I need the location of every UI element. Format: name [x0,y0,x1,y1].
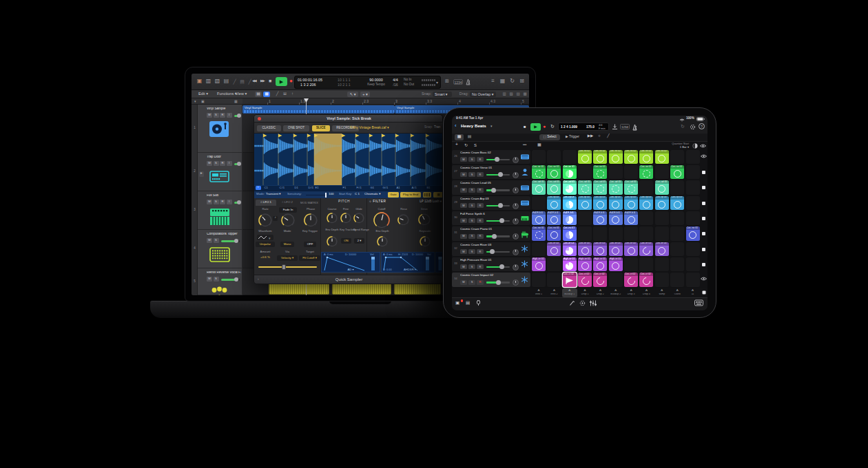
trigger-mode-button[interactable]: ▶ Trigger [562,134,583,140]
back-button[interactable]: ‹ [455,123,459,130]
browser-icon[interactable]: ▣ [455,301,463,307]
track-s-button[interactable]: S [468,172,475,177]
loop-cell[interactable]: Cos..se 01 [532,165,546,180]
ipad-track-name[interactable]: High Pressure Riser 01 [460,259,517,263]
loop-cell[interactable]: Full F..h 6 [624,211,638,226]
keyboard-icon[interactable] [694,299,704,307]
volume-slider-knob[interactable] [234,239,239,244]
loop-cell[interactable]: Cos..er 03 [563,242,577,257]
filter-envelope-display[interactable]: A: 0 msD: 10000VelAD ▾ [321,252,380,273]
volume-slider-knob[interactable] [237,200,242,205]
loop-browser-icon[interactable]: ↻ [508,78,516,85]
loop-cell[interactable]: Cos..se 01 [639,165,653,180]
media-icon[interactable]: ⊞ [518,78,526,85]
lcd-position[interactable]: 1 3 2 206 [300,83,336,87]
loop-cell[interactable]: Cos..er 03 [609,242,623,257]
keyscale-knob[interactable] [420,236,431,247]
row-eye-icon[interactable] [701,277,707,283]
settings-gear-icon[interactable] [690,124,696,130]
volume-slider-knob[interactable] [234,277,239,282]
ipad-cycle-button[interactable]: ↻ [550,124,557,130]
lcd-timecode[interactable]: 01:00:01:16.05 [298,78,336,83]
waveform-display[interactable] [254,134,443,185]
loop-cell[interactable]: Cos..er 03 [578,242,592,257]
tuner-icon[interactable]: ⊞ [445,78,452,85]
filter-env-depth-knob[interactable] [377,236,388,247]
ipad-volume-knob[interactable] [498,203,503,208]
loop-cell[interactable]: Cos..se 01 [670,165,684,180]
empty-cell[interactable] [563,150,577,164]
row-stop-button[interactable] [701,246,707,253]
track-r-button[interactable]: R [477,264,484,269]
track-m-button[interactable]: M [460,264,467,269]
empty-cell[interactable] [670,150,684,164]
track-m-button[interactable]: M [460,188,467,193]
track-r-button[interactable]: R [220,161,225,166]
track-m-button[interactable]: M [460,203,467,208]
empty-cell[interactable] [547,257,561,272]
empty-cell[interactable] [686,257,700,272]
filter-preset-select[interactable]: LP 12dB Lush ▾ [399,200,442,205]
loop-cell[interactable]: Cos..rp 03 [547,196,561,211]
close-window-icon[interactable] [258,117,261,120]
row-stop-button[interactable] [701,169,707,176]
loop-cell[interactable]: Cos..er 03 [624,242,638,257]
empty-cell[interactable] [686,273,700,287]
track-name[interactable]: Trap Door [207,156,241,160]
loop-cell[interactable]: Full F..h 6 [593,211,607,226]
scale-select[interactable]: Chromatic ▾ [364,193,385,197]
loop-cell[interactable]: Cos..no 01 [686,226,700,241]
empty-cell[interactable] [655,226,669,241]
waveform-zoom-icon[interactable]: ▥ [502,92,507,97]
row-stop-button[interactable] [701,262,707,268]
track-name[interactable]: Full Sub [207,194,241,198]
empty-cell[interactable] [655,257,669,272]
empty-cell[interactable] [686,150,700,164]
sensitivity-value[interactable]: 100 [329,193,337,197]
track-s-button[interactable]: S [468,157,475,162]
track-m-button[interactable]: M [207,200,212,204]
view-grid-toggle[interactable]: ▦ [263,92,270,97]
scene-trigger-button[interactable]: ^ [578,289,592,293]
ipad-track-name[interactable]: Cosmic Craze Verse 01 [460,167,517,171]
env-mode-select[interactable]: AHDSR ▾ [400,268,420,273]
track-m-button[interactable]: M [207,113,212,118]
track-r-button[interactable]: R [477,157,484,162]
drag-value-select[interactable]: No Overlap ▾ [470,92,496,97]
empty-cell[interactable] [609,165,623,180]
track-m-button[interactable]: M [207,277,212,281]
scene-trigger-button[interactable]: ^ [639,289,653,293]
rewind-button[interactable]: ◀◀ [252,79,260,85]
loop-cell[interactable]: Cos..er 03 [547,242,561,257]
loop-cell[interactable]: High..er 01 [563,257,577,272]
plugin-plug-icon[interactable] [475,300,483,307]
empty-cell[interactable] [670,273,684,287]
vert-zoom-icon[interactable]: ▧ [508,92,514,97]
ipad-track-header-33[interactable]: 33High Pressure Riser 01MSR [452,257,530,272]
pan-knob[interactable] [513,249,519,255]
loop-cell[interactable]: Cos..ss 02 [624,150,638,164]
empty-cell[interactable] [655,273,669,287]
ipad-volume-knob[interactable] [499,218,504,223]
filter-title[interactable]: ○ FILTER [369,200,397,205]
ipad-play-button[interactable]: ▶ [530,123,541,131]
track-r-button[interactable]: R [220,113,225,118]
count-in-button[interactable]: 1234 [453,79,463,85]
key-tracking-on-button[interactable]: ON [341,238,351,244]
more-options-icon[interactable]: ••• [523,143,531,149]
track-s-button[interactable]: S [468,218,475,223]
track-s-button[interactable]: S [468,249,475,254]
track-name[interactable]: Vinyl Sample [207,107,241,111]
track-s-button[interactable]: S [468,203,475,208]
menu-edit[interactable]: Edit ▾ [198,92,216,97]
pointer-tool-select[interactable]: ↖ ▾ [347,92,358,97]
lfo-waveform-select[interactable]: ▾ [257,235,273,240]
loop-cell[interactable]: Cos..er 03 [593,242,607,257]
ipad-volume-knob[interactable] [490,249,495,254]
loop-cell[interactable]: Cos..er 03 [639,242,653,257]
fade-in-knob[interactable] [281,213,295,227]
lcd-tempo-mode[interactable]: Keep Tempo [364,83,389,87]
track-s-button[interactable]: S [214,113,219,118]
row-stop-button[interactable] [701,200,707,206]
cell-settings-gear-icon[interactable] [579,300,586,307]
